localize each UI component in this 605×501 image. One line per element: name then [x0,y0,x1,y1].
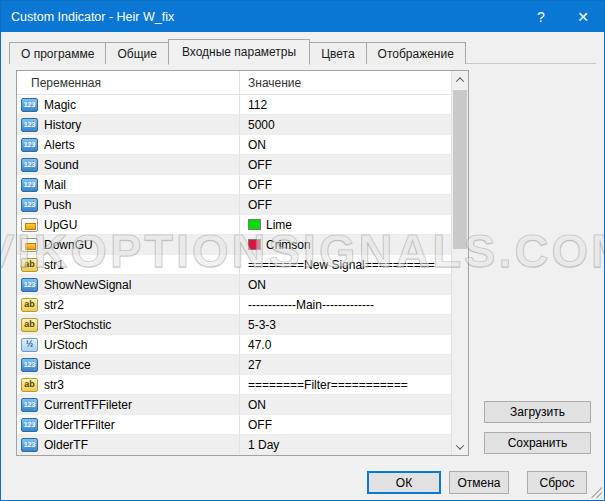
table-row[interactable]: 123AlertsON [17,135,451,155]
string-type-icon: ab [21,298,38,312]
int-type-icon: 123 [21,118,38,132]
param-name: OlderTFFilter [44,418,115,432]
table-row[interactable]: 123MailOFF [17,175,451,195]
param-value: ON [248,398,266,412]
int-type-icon: 123 [21,98,38,112]
parameters-table: Переменная Значение 123Magic112123Histor… [16,70,469,456]
table-row[interactable]: 123SoundOFF [17,155,451,175]
table-header: Переменная Значение [17,71,451,95]
int-type-icon: 123 [21,418,38,432]
param-name: Distance [44,358,91,372]
param-name: str3 [44,378,64,392]
color-swatch [248,219,261,230]
table-row[interactable]: 123History5000 [17,115,451,135]
param-name: Alerts [44,138,75,152]
param-name: UrStoch [44,338,87,352]
param-value: 47.0 [248,338,271,352]
param-value: OFF [248,158,272,172]
table-row[interactable]: UpGULime [17,215,451,235]
table-row[interactable]: abstr2------------Main------------- [17,295,451,315]
param-value: ========New Signal========== [248,258,435,272]
param-value: 112 [248,98,267,112]
param-value: 5000 [248,118,275,132]
scroll-down-button[interactable] [452,438,468,455]
column-header-value: Значение [239,71,451,94]
param-name: OlderTF [44,438,88,452]
title-bar: Custom Indicator - Heir W_fix ? ✕ [1,1,604,32]
param-value: ------------Main------------- [248,298,374,312]
param-table-body: 123Magic112123History5000123AlertsON123S… [17,95,451,455]
string-type-icon: ab [21,378,38,392]
scroll-up-button[interactable] [452,71,468,88]
column-header-variable: Переменная [17,76,239,90]
color-type-icon [21,238,38,252]
param-name: DownGU [44,238,93,252]
table-row[interactable]: 123CurrentTFFileterON [17,395,451,415]
param-name: ShowNewSignal [44,278,131,292]
table-row[interactable]: ½UrStoch47.0 [17,335,451,355]
param-value: OFF [248,418,272,432]
int-type-icon: 123 [21,198,38,212]
param-value: Crimson [266,238,311,252]
indicator-dialog: Custom Indicator - Heir W_fix ? ✕ О прог… [0,0,605,501]
reset-button[interactable]: Сброс [527,471,587,494]
param-name: Push [44,198,71,212]
window-title: Custom Indicator - Heir W_fix [1,10,174,24]
vertical-scrollbar[interactable] [451,71,468,455]
tab-2[interactable]: Входные параметры [168,39,310,65]
close-button[interactable]: ✕ [562,1,604,32]
int-type-icon: 123 [21,158,38,172]
param-name: Magic [44,98,76,112]
int-type-icon: 123 [21,178,38,192]
param-value: 5-3-3 [248,318,276,332]
scrollbar-thumb[interactable] [453,90,467,249]
table-row[interactable]: 123ShowNewSignalON [17,275,451,295]
resize-grip[interactable] [590,486,602,498]
color-swatch [248,239,261,250]
int-type-icon: 123 [21,278,38,292]
table-row[interactable]: 123OlderTFFilterOFF [17,415,451,435]
table-row[interactable]: 123OlderTF1 Day [17,435,451,455]
table-row[interactable]: abstr1========New Signal========== [17,255,451,275]
double-type-icon: ½ [21,338,38,352]
table-row[interactable]: DownGUCrimson [17,235,451,255]
tab-4[interactable]: Отображение [366,42,466,64]
save-button[interactable]: Сохранить [484,432,591,454]
table-row[interactable]: abstr3========Filter=========== [17,375,451,395]
color-type-icon [21,218,38,232]
chevron-up-icon [456,77,464,85]
param-value: Lime [266,218,292,232]
param-name: PerStochstic [44,318,111,332]
param-name: str2 [44,298,64,312]
tab-bar: О программеОбщиеВходные параметрыЦветаОт… [9,39,596,64]
param-name: CurrentTFFileter [44,398,132,412]
cancel-button[interactable]: Отмена [449,471,509,494]
int-type-icon: 123 [21,438,38,452]
param-value: 1 Day [248,438,279,452]
chevron-down-icon [456,441,464,449]
param-value: OFF [248,178,272,192]
table-row[interactable]: 123Distance27 [17,355,451,375]
tab-3[interactable]: Цвета [309,42,366,64]
table-row[interactable]: 123Magic112 [17,95,451,115]
table-row[interactable]: abPerStochstic5-3-3 [17,315,451,335]
param-name: Mail [44,178,66,192]
param-name: History [44,118,81,132]
load-button[interactable]: Загрузить [484,401,591,423]
string-type-icon: ab [21,318,38,332]
param-value: OFF [248,198,272,212]
string-type-icon: ab [21,258,38,272]
table-row[interactable]: 123PushOFF [17,195,451,215]
param-name: Sound [44,158,79,172]
param-value: 27 [248,358,261,372]
param-value: ON [248,138,266,152]
help-button[interactable]: ? [520,1,562,32]
param-value: ON [248,278,266,292]
int-type-icon: 123 [21,398,38,412]
ok-button[interactable]: ОК [367,471,441,494]
param-name: str1 [44,258,64,272]
tab-1[interactable]: Общие [105,42,168,64]
param-value: ========Filter=========== [248,378,408,392]
param-name: UpGU [44,218,77,232]
tab-0[interactable]: О программе [9,42,106,64]
